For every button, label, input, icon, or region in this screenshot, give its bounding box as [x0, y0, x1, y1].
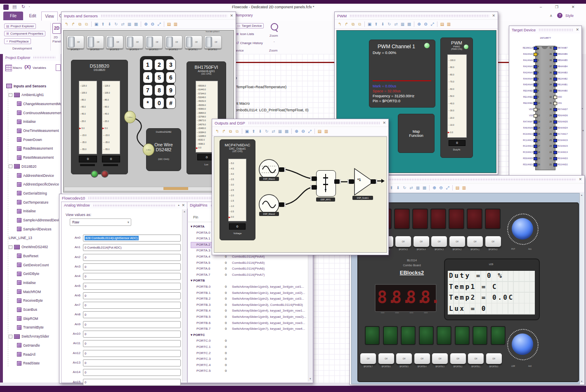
close-icon[interactable]: ✕ [576, 28, 579, 32]
tree-folder-switcharrayslider[interactable]: -SwitchArraySlider [9, 334, 49, 339]
onewire-port-1[interactable]: 1-Wire [124, 111, 136, 123]
analog-value-field[interactable]: 828 ComboBL0114(LightSensor ADC) [83, 235, 181, 242]
tree-folder-ambientlight1[interactable]: -AmbientLight1 [9, 93, 44, 97]
pin-square-left[interactable] [534, 157, 537, 160]
pin-square-right[interactable] [553, 145, 557, 148]
pin-square-right[interactable] [553, 53, 557, 56]
zoom-tool-icon[interactable] [271, 23, 278, 31]
pin-square-left[interactable] [534, 108, 537, 111]
mixer-in-port-2[interactable] [310, 185, 317, 190]
zoom-in-icon[interactable]: ⊕ [432, 185, 437, 190]
scroll-down-icon[interactable]: ▼ [581, 380, 583, 383]
tree-macro-transmitbyte[interactable]: TransmitByte [17, 325, 44, 330]
analog-value-field[interactable]: 0 [83, 340, 181, 347]
scroll-up-icon[interactable]: ▲ [183, 210, 186, 213]
eblocks-vscrollbar[interactable]: ▲ ▼ [579, 193, 584, 383]
pin-square-right[interactable] [553, 163, 557, 167]
project-explorer-button[interactable]: ▤Project Explorer [4, 23, 36, 29]
wave2-out-port[interactable] [279, 202, 286, 207]
ribbon-collapse-icon[interactable]: ∧ [550, 14, 553, 18]
pin-square-left[interactable] [534, 120, 537, 124]
board-switch-$porta.1[interactable]: Off [467, 236, 483, 247]
pin-square-right[interactable] [553, 114, 557, 117]
pin-square-left[interactable] [534, 83, 537, 87]
pin-square-right[interactable] [553, 139, 557, 142]
expander-icon[interactable]: - [9, 93, 12, 97]
wave1-out-port[interactable] [279, 167, 286, 172]
scale-out-port[interactable] [371, 179, 377, 184]
bring-front-icon[interactable]: ⬆ [389, 185, 394, 190]
mixer-out-port[interactable] [334, 179, 341, 184]
pin-square-right[interactable] [553, 133, 557, 136]
pin-square-left[interactable] [534, 145, 537, 148]
2d-panel-button[interactable]: 2D [52, 23, 61, 34]
macro-toolbar-label[interactable]: Macro [13, 66, 22, 70]
rotate-icon[interactable]: ↻ [387, 21, 392, 27]
tree-macro-gethandle[interactable]: GetHandle [17, 343, 40, 347]
analog-value-field[interactable]: 0 [83, 311, 181, 318]
tree-macro-initialise[interactable]: Initialise [17, 209, 36, 214]
tab-file[interactable]: File [3, 12, 23, 20]
pin-square-right[interactable] [553, 89, 557, 93]
tree-macro-getserialstring[interactable]: GetSerialString [17, 191, 47, 195]
tree-macro-getdevicecount[interactable]: GetDeviceCount [17, 263, 49, 267]
pin-square-right[interactable] [553, 77, 557, 81]
tree-macro-skiprom[interactable]: SkipROM [17, 316, 38, 321]
tree-macro-readmeasurement[interactable]: ReadMeasurement [17, 146, 53, 151]
expander-icon[interactable]: - [9, 245, 12, 249]
close-icon[interactable]: ✕ [492, 14, 495, 18]
bring-front-icon[interactable]: ⬆ [373, 21, 379, 27]
tree-macro-samplealldevices[interactable]: SampleAllDevices [17, 227, 52, 231]
board-switch-$portb.1[interactable]: Off [468, 353, 484, 364]
dsp-wave2-plate[interactable]: DSP_Wave2 [259, 212, 279, 216]
rotate-icon[interactable]: ↻ [402, 185, 407, 190]
pin-square-right[interactable] [553, 96, 557, 99]
pin-square-left[interactable] [534, 53, 537, 56]
digital-pin-portc.1[interactable]: PORTC.1 [196, 345, 211, 349]
expander-icon[interactable]: - [9, 164, 12, 168]
help-icon[interactable]: ? [557, 13, 562, 18]
board-switch-$portb.0[interactable]: Off [486, 353, 502, 364]
analog-value-field[interactable]: 0 [83, 273, 181, 280]
tree-macro-busreset[interactable]: BusReset [17, 254, 38, 258]
pin-square-left[interactable] [534, 89, 537, 93]
tree-item-link_line_13[interactable]: LINK_LINE_13 [9, 236, 32, 240]
digital-pin-portb.1[interactable]: PORTB.1 [196, 291, 210, 295]
map-function-block[interactable]: Map Function [398, 114, 435, 153]
tree-macro-scanbus[interactable]: ScanBus [17, 307, 37, 312]
board-switch-$portb.4[interactable]: Off [414, 353, 430, 364]
tree-macro-readall[interactable]: ReadAll [17, 352, 35, 357]
pin-square-right[interactable] [553, 47, 557, 50]
import-icon[interactable]: ▥ [461, 185, 467, 190]
board-switch-$portb.6[interactable]: Off [378, 353, 394, 364]
target-device-toggle[interactable]: ▭Target Device [235, 23, 264, 28]
pin-square-right[interactable] [553, 157, 557, 160]
pin-square-left[interactable] [534, 102, 537, 105]
style-menu[interactable]: Style [565, 14, 574, 18]
tree-macro-continuousmeasurement[interactable]: ContinuousMeasurement [17, 110, 62, 115]
digital-pin-porta.1[interactable]: PORTA.1 [196, 237, 210, 240]
expander-icon[interactable]: - [9, 335, 12, 338]
tree-macro-receivebyte[interactable]: ReceiveByte [17, 298, 43, 303]
component-icon[interactable]: ▣ [367, 21, 372, 27]
redo-icon[interactable]: ↱ [344, 21, 349, 27]
digital-pin-porta.7[interactable]: PORTA.7 [196, 273, 210, 277]
board-switch-$portb.2[interactable]: Off [450, 353, 466, 364]
tree-root-inputs-and-sensors[interactable]: Inputs and Sensors [6, 84, 46, 88]
pin-square-left[interactable] [534, 139, 537, 142]
pwm-channel-panel[interactable]: PWM Channel 1 Duty = 0.00% Mark = 0.00us… [369, 40, 435, 108]
pin-icon[interactable]: ▪ [178, 203, 179, 207]
tree-macro-addressspecificdevice[interactable]: AddressSpecificDevice [17, 182, 59, 187]
component-properties-button[interactable]: ⊞Component Properties [4, 31, 45, 36]
digital-pin-porta.4[interactable]: PORTA.4 [196, 255, 210, 258]
pin-square-right[interactable] [553, 127, 557, 130]
restore-button[interactable]: ❐ [555, 5, 558, 9]
pin-square-right[interactable] [553, 71, 557, 75]
pin-square-left[interactable] [534, 114, 537, 117]
tree-macro-gettemperature[interactable]: GetTemperature [17, 200, 48, 204]
close-button[interactable]: ✕ [572, 5, 575, 9]
pin-square-left[interactable] [534, 127, 537, 130]
undo-redo-icon[interactable]: ↻ [21, 4, 25, 9]
analog-value-field[interactable]: 0 [83, 302, 181, 309]
board-switch-$portb.3[interactable]: Off [432, 353, 448, 364]
